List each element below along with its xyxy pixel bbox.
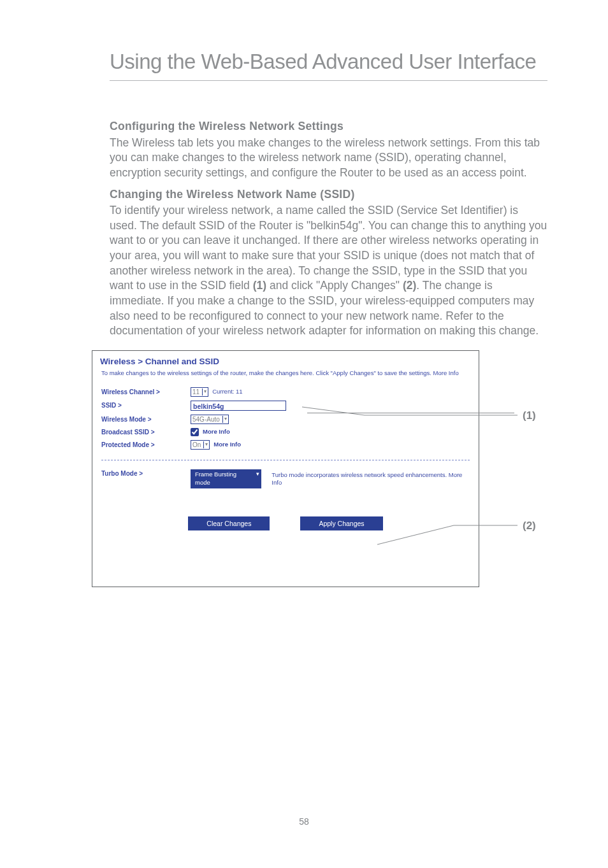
callout-line-1 (307, 413, 514, 413)
label-ssid: SSID > (101, 401, 191, 410)
row-protected: Protected Mode > On▾ More Info (101, 440, 470, 450)
panel-title: Wireless > Channel and SSID (92, 351, 479, 369)
clear-changes-button[interactable]: Clear Changes (188, 516, 270, 530)
callout-number-2: (2) (523, 519, 536, 534)
section-heading-config: Configuring the Wireless Network Setting… (110, 119, 547, 134)
row-mode: Wireless Mode > 54G-Auto▾ (101, 415, 470, 424)
turbo-description: Turbo mode incorporates wireless network… (271, 471, 470, 487)
label-protected: Protected Mode > (101, 441, 191, 450)
panel-subtitle: To make changes to the wireless settings… (92, 369, 479, 380)
paragraph-config: The Wireless tab lets you make changes t… (110, 136, 547, 181)
ssid-input[interactable]: belkin54g (191, 401, 286, 411)
callout-number-1: (1) (523, 409, 536, 423)
chevron-down-icon: ▾ (222, 416, 227, 423)
button-row: Clear Changes Apply Changes (101, 516, 470, 530)
channel-current: Current: 11 (212, 388, 243, 396)
mode-select[interactable]: 54G-Auto▾ (191, 415, 229, 424)
callout-ref-2: (2) (403, 279, 416, 292)
turbo-select[interactable]: Frame Bursting mode (191, 469, 261, 488)
separator (101, 460, 470, 460)
wireless-settings-panel: Wireless > Channel and SSID To make chan… (92, 350, 479, 587)
broadcast-moreinfo[interactable]: More Info (203, 428, 230, 436)
apply-changes-button[interactable]: Apply Changes (300, 516, 382, 530)
label-broadcast: Broadcast SSID > (101, 428, 191, 437)
document-body: Configuring the Wireless Network Setting… (0, 81, 608, 592)
page-number: 58 (0, 816, 608, 827)
label-mode: Wireless Mode > (101, 415, 191, 424)
chevron-down-icon: ▾ (202, 388, 206, 395)
row-channel: Wireless Channel > 11▾ Current: 11 (101, 387, 470, 397)
paragraph-ssid: To identify your wireless network, a nam… (110, 203, 547, 339)
label-turbo: Turbo Mode > (101, 469, 191, 478)
callout-ref-1: (1) (253, 279, 266, 292)
row-ssid: SSID > belkin54g (101, 401, 470, 411)
label-channel: Wireless Channel > (101, 388, 191, 397)
row-turbo: Turbo Mode > Frame Bursting mode Turbo m… (101, 469, 470, 488)
protected-moreinfo[interactable]: More Info (214, 441, 241, 449)
chevron-down-icon: ▾ (203, 441, 208, 448)
page-title: Using the Web-Based Advanced User Interf… (110, 50, 547, 74)
row-broadcast: Broadcast SSID > More Info (101, 428, 470, 437)
screenshot-figure: Wireless > Channel and SSID To make chan… (110, 350, 547, 592)
ssid-body-mid: and click "Apply Changes" (266, 279, 403, 292)
channel-select[interactable]: 11▾ (191, 387, 208, 397)
protected-select[interactable]: On▾ (191, 440, 210, 450)
broadcast-checkbox[interactable] (191, 428, 199, 436)
section-heading-ssid: Changing the Wireless Network Name (SSID… (110, 187, 547, 203)
